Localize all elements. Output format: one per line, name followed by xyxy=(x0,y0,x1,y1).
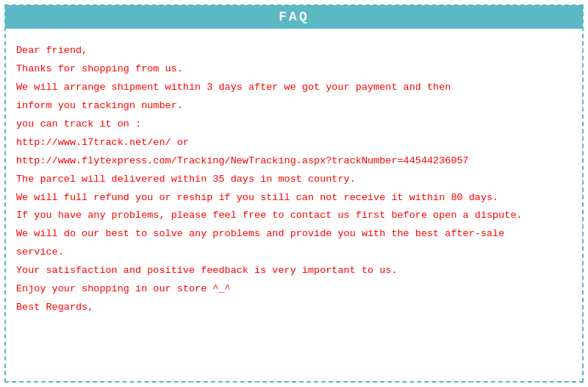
content-line: you can track it on : xyxy=(16,116,567,133)
content-line: http://www.17track.net/en/ or xyxy=(16,135,567,152)
outer-border: FAQ Dear friend,Thanks for shopping from… xyxy=(4,4,584,383)
content-line: Best Regards, xyxy=(16,299,567,316)
content-line: If you have any problems, please feel fr… xyxy=(16,207,567,224)
content-line: The parcel will delivered within 35 days… xyxy=(16,171,567,188)
content-line: http://www.flytexpress.com/Tracking/NewT… xyxy=(16,153,567,170)
faq-header: FAQ xyxy=(5,5,583,29)
header-title: FAQ xyxy=(279,10,309,24)
content-line: Dear friend, xyxy=(16,43,567,60)
content-line: Enjoy your shopping in our store ^_^ xyxy=(16,281,567,298)
content-line: We will arrange shipment within 3 days a… xyxy=(16,79,567,96)
content-line: Your satisfaction and positive feedback … xyxy=(16,263,567,280)
content-line: inform you trackingn number. xyxy=(16,98,567,115)
content-line: service. xyxy=(16,244,567,261)
content-line: We will do our best to solve any problem… xyxy=(16,226,567,243)
content-line: Thanks for shopping from us. xyxy=(16,61,567,78)
faq-content: Dear friend,Thanks for shopping from us.… xyxy=(6,29,582,325)
content-line: We will full refund you or reship if you… xyxy=(16,190,567,207)
